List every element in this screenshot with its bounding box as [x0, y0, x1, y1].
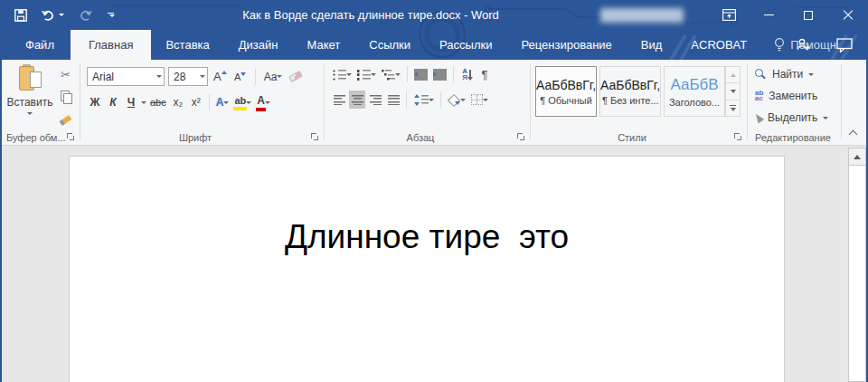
- document-area: Длинное тире это: [0, 146, 868, 382]
- bold-button[interactable]: Ж: [87, 93, 103, 111]
- align-left-button[interactable]: [331, 91, 347, 109]
- change-case-button[interactable]: Аа: [262, 68, 285, 86]
- text-effects-button[interactable]: А: [214, 93, 231, 111]
- font-name-dropdown-icon[interactable]: [156, 75, 162, 78]
- clear-formatting-button[interactable]: [288, 68, 304, 86]
- strikethrough-button[interactable]: abc: [148, 93, 168, 111]
- tab-mailings[interactable]: Рассылки: [425, 30, 506, 60]
- search-icon: [755, 69, 767, 81]
- clipboard-dialog-launcher-icon[interactable]: [67, 133, 75, 141]
- separator: [255, 69, 256, 85]
- tab-insert[interactable]: Вставка: [151, 30, 223, 60]
- paste-label: Вставить: [7, 96, 53, 109]
- font-color-icon: А: [257, 94, 265, 111]
- font-dialog-launcher-icon[interactable]: [311, 133, 319, 141]
- styles-scroll-down-icon[interactable]: [726, 83, 740, 100]
- tab-view[interactable]: Вид: [627, 30, 677, 60]
- sort-button[interactable]: АЯ: [458, 65, 475, 83]
- separator: [406, 91, 407, 108]
- comments-icon[interactable]: [836, 37, 854, 53]
- collapse-ribbon-icon[interactable]: [849, 129, 858, 137]
- styles-dialog-launcher-icon[interactable]: [734, 133, 742, 141]
- select-button[interactable]: Выделить: [755, 111, 828, 124]
- tabrow-right-icons: [796, 30, 854, 60]
- paste-dropdown-icon[interactable]: [27, 112, 33, 115]
- underline-button[interactable]: Ч: [123, 93, 139, 111]
- shading-button[interactable]: [446, 91, 467, 109]
- separator: [440, 91, 441, 108]
- document-page[interactable]: Длинное тире это: [69, 156, 785, 382]
- superscript-button[interactable]: x²: [188, 93, 204, 111]
- undo-button[interactable]: [41, 9, 64, 22]
- maximize-button[interactable]: [788, 0, 828, 30]
- window-chrome: Как в Ворде сделать длинное тире.docx - …: [0, 0, 868, 60]
- line-spacing-icon: [413, 94, 429, 106]
- show-marks-button[interactable]: ¶: [476, 65, 493, 83]
- tab-references[interactable]: Ссылки: [354, 30, 425, 60]
- close-button[interactable]: [828, 0, 868, 30]
- justify-button[interactable]: [385, 91, 401, 109]
- style-card-heading1[interactable]: АаБбВ Заголово...: [664, 66, 725, 117]
- paste-button[interactable]: Вставить: [6, 64, 53, 115]
- bullets-button[interactable]: [331, 65, 354, 83]
- tab-home[interactable]: Главная: [71, 30, 151, 60]
- underline-dropdown-icon[interactable]: [141, 101, 146, 104]
- grow-font-button[interactable]: А: [212, 68, 229, 86]
- ribbon-display-options-icon[interactable]: [709, 0, 749, 30]
- style-card-no-spacing[interactable]: АаБбВвГг, ¶ Без инте...: [599, 66, 661, 117]
- redo-button[interactable]: [78, 9, 93, 22]
- styles-scroll-up-icon[interactable]: [726, 67, 740, 83]
- paragraph-group-label: Абзац: [324, 132, 517, 143]
- separator: [453, 66, 454, 82]
- increase-indent-button[interactable]: [431, 65, 448, 83]
- scrollbar-up-icon[interactable]: [849, 148, 865, 166]
- align-right-button[interactable]: [367, 91, 383, 109]
- decrease-indent-button[interactable]: [412, 65, 429, 83]
- font-name-value: Arial: [92, 71, 114, 83]
- paragraph-dialog-launcher-icon[interactable]: [517, 133, 525, 141]
- align-center-button[interactable]: [349, 91, 365, 109]
- borders-icon: [471, 94, 483, 105]
- font-size-combo[interactable]: 28: [168, 67, 208, 86]
- subscript-button[interactable]: x₂: [170, 93, 186, 111]
- tab-layout[interactable]: Макет: [292, 30, 354, 60]
- lightbulb-icon: [774, 37, 785, 53]
- font-size-dropdown-icon[interactable]: [200, 75, 205, 78]
- tab-file[interactable]: Файл: [9, 30, 71, 60]
- numbering-button[interactable]: [355, 65, 378, 83]
- minimize-button[interactable]: [749, 0, 788, 30]
- line-spacing-button[interactable]: [411, 91, 436, 109]
- styles-more-icon[interactable]: [726, 100, 740, 116]
- ribbon-tabs: Файл Главная Вставка Дизайн Макет Ссылки…: [0, 30, 868, 60]
- italic-button[interactable]: К: [105, 93, 121, 111]
- user-name-redacted: [600, 8, 684, 23]
- tab-acrobat[interactable]: ACROBAT: [676, 30, 761, 60]
- group-styles: АаБбВвГг, ¶ Обычный АаБбВвГг, ¶ Без инте…: [530, 60, 747, 145]
- copy-button[interactable]: [55, 87, 76, 107]
- find-button[interactable]: Найти: [755, 68, 814, 81]
- shrink-font-button[interactable]: А: [232, 68, 249, 86]
- share-person-icon[interactable]: [796, 37, 811, 53]
- align-right-icon: [370, 94, 382, 105]
- style-card-normal[interactable]: АаБбВвГг, ¶ Обычный: [535, 66, 597, 117]
- align-left-icon: [334, 94, 345, 105]
- borders-button[interactable]: [469, 91, 490, 109]
- highlight-color-button[interactable]: ab: [232, 93, 253, 111]
- format-painter-button[interactable]: [55, 110, 76, 130]
- tab-review[interactable]: Рецензирование: [506, 30, 626, 60]
- replace-button[interactable]: ab ac Заменить: [755, 90, 817, 102]
- separator: [209, 94, 210, 110]
- styles-gallery: АаБбВвГг, ¶ Обычный АаБбВвГг, ¶ Без инте…: [535, 66, 725, 117]
- vertical-scrollbar[interactable]: [848, 148, 866, 382]
- save-icon[interactable]: [14, 9, 27, 22]
- group-clipboard: Вставить ✂ Буфер обм...: [2, 60, 80, 145]
- copy-icon: [61, 91, 71, 103]
- font-name-combo[interactable]: Arial: [87, 67, 165, 86]
- shading-icon: [448, 94, 460, 105]
- tab-design[interactable]: Дизайн: [224, 30, 293, 60]
- document-text[interactable]: Длинное тире это: [70, 218, 784, 257]
- multilevel-list-button[interactable]: [380, 65, 402, 83]
- undo-dropdown-icon[interactable]: [59, 14, 64, 16]
- font-color-button[interactable]: А: [255, 93, 272, 111]
- cut-button[interactable]: ✂: [55, 64, 76, 84]
